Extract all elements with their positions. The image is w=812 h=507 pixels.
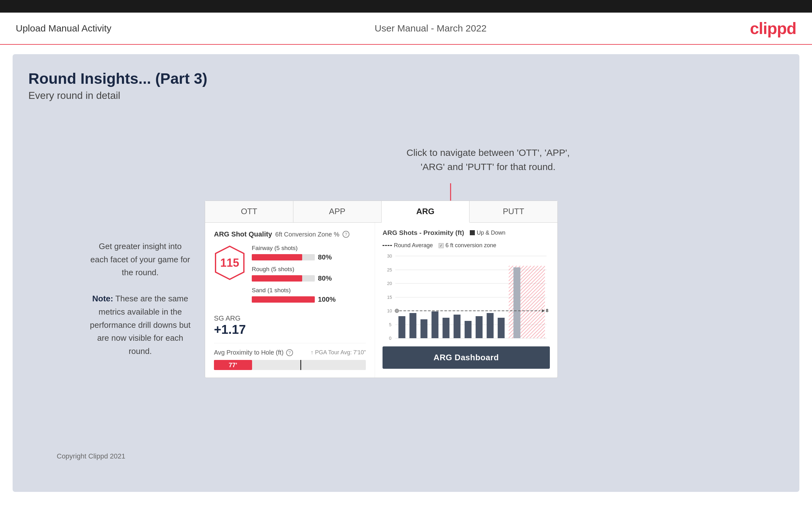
cursor-line bbox=[300, 360, 301, 370]
svg-text:25: 25 bbox=[387, 267, 392, 272]
fairway-bar-row: Fairway (5 shots) 80% bbox=[252, 245, 366, 261]
page-title: Round Insights... (Part 3) bbox=[29, 70, 207, 87]
page-subtitle: Every round in detail bbox=[29, 90, 207, 101]
svg-rect-22 bbox=[443, 318, 450, 338]
svg-point-32 bbox=[395, 309, 399, 313]
main-content: Round Insights... (Part 3) Every round i… bbox=[13, 54, 799, 492]
proximity-value: 77' bbox=[229, 361, 237, 369]
svg-rect-21 bbox=[432, 312, 439, 338]
rough-bar-row: Rough (5 shots) 80% bbox=[252, 266, 366, 282]
svg-rect-24 bbox=[465, 321, 472, 338]
legend-6ft-label: 6 ft conversion zone bbox=[446, 242, 496, 249]
hexagon-bar-container: 115 Fairway (5 shots) bbox=[214, 245, 366, 308]
legend-round-avg: Round Average bbox=[383, 242, 433, 249]
pga-avg-label: ↑ PGA Tour Avg: 7'10" bbox=[311, 349, 366, 356]
sg-section: SG ARG +1.17 bbox=[214, 314, 366, 337]
fairway-fill-container bbox=[252, 254, 315, 261]
svg-text:5: 5 bbox=[389, 322, 392, 327]
svg-text:20: 20 bbox=[387, 281, 392, 286]
svg-rect-27 bbox=[498, 318, 505, 338]
svg-text:10: 10 bbox=[387, 308, 392, 313]
legend-check-icon: ✓ bbox=[439, 243, 444, 248]
rough-track: 80% bbox=[252, 274, 366, 282]
sand-pct: 100% bbox=[318, 295, 335, 303]
tab-putt[interactable]: PUTT bbox=[469, 201, 557, 222]
bar-rows: Fairway (5 shots) 80% Rough bbox=[252, 245, 366, 308]
rough-label: Rough (5 shots) bbox=[252, 266, 366, 273]
chart-header: ARG Shots - Proximity (ft) Up & Down Rou… bbox=[383, 229, 550, 249]
svg-rect-19 bbox=[410, 313, 416, 338]
fairway-pct: 80% bbox=[318, 253, 335, 261]
fairway-label: Fairway (5 shots) bbox=[252, 245, 366, 251]
svg-text:0: 0 bbox=[389, 336, 392, 341]
proximity-bar-fill: 77' bbox=[214, 360, 252, 370]
legend-up-down-label: Up & Down bbox=[477, 230, 505, 236]
dashboard-panel: OTT APP ARG PUTT ARG Shot Quality 6ft Co… bbox=[205, 201, 558, 378]
section-header: ARG Shot Quality 6ft Conversion Zone % ? bbox=[214, 230, 366, 238]
footer: Copyright Clippd 2021 bbox=[57, 452, 125, 460]
hexagon-score: 115 bbox=[214, 245, 246, 281]
proximity-header: Avg Proximity to Hole (ft) ? ↑ PGA Tour … bbox=[214, 349, 366, 356]
svg-text:8: 8 bbox=[546, 308, 549, 313]
svg-rect-30 bbox=[514, 267, 520, 338]
chart-area: 0 5 10 15 20 25 30 bbox=[383, 253, 550, 341]
proximity-section: Avg Proximity to Hole (ft) ? ↑ PGA Tour … bbox=[214, 343, 366, 370]
proximity-help-icon[interactable]: ? bbox=[286, 349, 293, 356]
sand-fill-container bbox=[252, 296, 315, 303]
proximity-label: Avg Proximity to Hole (ft) bbox=[214, 349, 284, 356]
tab-app[interactable]: APP bbox=[293, 201, 382, 222]
tab-arg[interactable]: ARG bbox=[382, 201, 470, 223]
copyright-label: Copyright Clippd 2021 bbox=[57, 452, 125, 460]
note-label: Note: bbox=[92, 294, 113, 303]
arg-shot-quality-label: ARG Shot Quality bbox=[214, 230, 272, 238]
legend-up-down: Up & Down bbox=[470, 230, 505, 236]
legend-sq-icon bbox=[470, 230, 475, 235]
svg-rect-18 bbox=[399, 316, 406, 338]
help-icon[interactable]: ? bbox=[343, 231, 349, 238]
sand-fill bbox=[252, 296, 315, 303]
relative-container: Round Insights... (Part 3) Every round i… bbox=[29, 70, 783, 473]
fairway-fill bbox=[252, 254, 302, 261]
upload-manual-label: Upload Manual Activity bbox=[16, 23, 111, 34]
sand-track: 100% bbox=[252, 295, 366, 303]
header: Upload Manual Activity User Manual - Mar… bbox=[0, 13, 812, 45]
panel-content: ARG Shot Quality 6ft Conversion Zone % ?… bbox=[205, 223, 557, 378]
conversion-zone-label: 6ft Conversion Zone % bbox=[275, 231, 339, 238]
sg-arg-value: +1.17 bbox=[214, 323, 366, 337]
legend-round-avg-label: Round Average bbox=[394, 242, 433, 249]
svg-text:30: 30 bbox=[387, 253, 392, 259]
rough-fill bbox=[252, 275, 302, 282]
rough-fill-container bbox=[252, 275, 315, 282]
svg-rect-25 bbox=[476, 316, 483, 338]
tab-bar: OTT APP ARG PUTT bbox=[205, 201, 557, 223]
sand-label: Sand (1 shots) bbox=[252, 287, 366, 294]
manual-date-label: User Manual - March 2022 bbox=[375, 23, 487, 34]
chart-svg: 0 5 10 15 20 25 30 bbox=[383, 253, 550, 341]
proximity-bar-track: 77' bbox=[214, 360, 366, 370]
title-block: Round Insights... (Part 3) Every round i… bbox=[29, 70, 207, 114]
sand-bar-row: Sand (1 shots) 100% bbox=[252, 287, 366, 303]
fairway-track: 80% bbox=[252, 253, 366, 261]
insight-text-block: Get greater insight into each facet of y… bbox=[90, 240, 191, 358]
svg-rect-23 bbox=[454, 315, 461, 338]
nav-instruction: Click to navigate between 'OTT', 'APP', … bbox=[406, 146, 570, 174]
svg-rect-20 bbox=[421, 319, 427, 338]
clippd-logo: clippd bbox=[750, 19, 796, 38]
hexagon-value: 115 bbox=[220, 256, 239, 270]
tab-ott[interactable]: OTT bbox=[205, 201, 293, 222]
sg-arg-label: SG ARG bbox=[214, 314, 366, 323]
right-panel: ARG Shots - Proximity (ft) Up & Down Rou… bbox=[375, 223, 557, 378]
top-bar bbox=[0, 0, 812, 13]
arg-dashboard-button[interactable]: ARG Dashboard bbox=[383, 346, 550, 369]
rough-pct: 80% bbox=[318, 274, 335, 282]
legend-6ft: ✓ 6 ft conversion zone bbox=[439, 242, 496, 249]
svg-text:15: 15 bbox=[387, 295, 392, 300]
chart-title: ARG Shots - Proximity (ft) bbox=[383, 229, 464, 236]
legend-dash-icon bbox=[383, 245, 392, 246]
svg-rect-26 bbox=[487, 313, 494, 338]
left-panel: ARG Shot Quality 6ft Conversion Zone % ?… bbox=[205, 223, 375, 378]
